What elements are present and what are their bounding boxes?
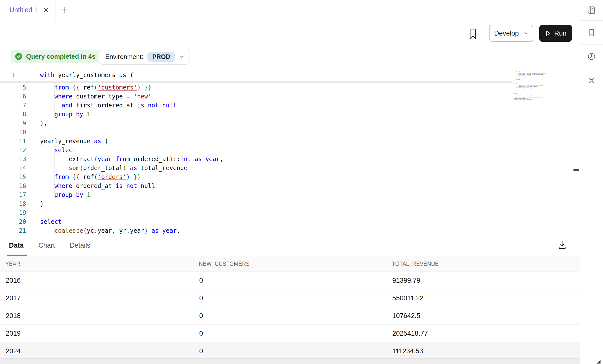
code-token bbox=[40, 147, 54, 154]
code-text: and first_ordered_at is not null bbox=[40, 101, 177, 110]
code-token: coalesce bbox=[54, 227, 83, 234]
run-button[interactable]: Run bbox=[539, 25, 572, 42]
code-token bbox=[69, 84, 72, 91]
code-token: as bbox=[532, 97, 534, 98]
code-token: int as year bbox=[180, 156, 220, 163]
code-line[interactable]: 8 group by 1 bbox=[0, 110, 573, 119]
table-row[interactable]: 20170550011.22 bbox=[0, 289, 580, 307]
sidebar-item-history[interactable] bbox=[580, 45, 603, 68]
environment-label: Environment: bbox=[105, 53, 143, 61]
code-token: group by bbox=[516, 90, 520, 91]
code-token: , bbox=[220, 156, 223, 163]
minimap-line: group by 1 bbox=[513, 90, 519, 91]
bookmark-icon bbox=[587, 28, 596, 37]
tab-untitled-1[interactable]: Untitled 1 bbox=[0, 0, 55, 20]
code-token bbox=[141, 84, 144, 91]
table-row[interactable]: 2016091399.79 bbox=[0, 272, 580, 289]
code-lines: 5 from {{ ref('customers') }}6 where cus… bbox=[0, 83, 573, 235]
code-token bbox=[40, 84, 54, 91]
sidebar-item-canvas[interactable] bbox=[580, 68, 603, 92]
sticky-scroll-divider bbox=[0, 81, 512, 83]
history-icon bbox=[587, 52, 596, 61]
code-token: ( bbox=[83, 227, 87, 234]
code-token: customer_type = bbox=[519, 76, 528, 77]
code-token bbox=[130, 174, 133, 181]
code-token: from bbox=[54, 174, 69, 181]
table-cell: 2019 bbox=[0, 330, 194, 337]
code-token: yearly_revenue bbox=[40, 138, 94, 145]
tab-chart[interactable]: Chart bbox=[37, 242, 57, 249]
code-token: ordered_at bbox=[519, 88, 526, 89]
code-editor[interactable]: 5 from {{ ref('customers') }}6 where cus… bbox=[0, 69, 573, 235]
tab-title: Untitled 1 bbox=[9, 6, 38, 14]
table-row[interactable]: 20180107642.5 bbox=[0, 307, 580, 325]
environment-selector[interactable]: Environment: PROD bbox=[99, 49, 190, 65]
tab-details[interactable]: Details bbox=[68, 242, 93, 249]
code-text: extract(year from ordered_at)::int as ye… bbox=[40, 155, 223, 164]
code-line[interactable]: 13 extract(year from ordered_at)::int as… bbox=[0, 155, 573, 164]
table-row[interactable]: 201902025418.77 bbox=[0, 325, 580, 342]
code-text: where customer_type = 'new' bbox=[40, 92, 151, 101]
line-number: 10 bbox=[0, 128, 26, 137]
code-token: , bbox=[546, 73, 546, 74]
tab-data[interactable]: Data bbox=[7, 242, 26, 249]
code-line[interactable]: 17 group by 1 bbox=[0, 190, 573, 199]
code-line[interactable]: 12 select bbox=[0, 146, 573, 155]
code-token: }} bbox=[144, 84, 151, 91]
code-token: where bbox=[54, 182, 72, 189]
code-token: ordered_at bbox=[72, 182, 115, 189]
code-line[interactable]: 11yearly_revenue as ( bbox=[0, 137, 573, 146]
bookmark-button[interactable] bbox=[468, 27, 478, 40]
code-token: 'customers' bbox=[98, 84, 137, 91]
table-cell: 2017 bbox=[0, 294, 194, 302]
code-line[interactable]: 9), bbox=[0, 119, 573, 128]
code-token: and bbox=[62, 102, 72, 109]
code-token: yc.year, yr.year bbox=[521, 94, 530, 95]
new-tab-button[interactable] bbox=[59, 5, 69, 15]
develop-dropdown-button[interactable]: Develop bbox=[489, 25, 533, 42]
code-token: 'orders' bbox=[98, 174, 126, 181]
code-line[interactable]: 19 bbox=[0, 208, 573, 217]
sticky-scroll-line[interactable]: 1with yearly_customers as ( bbox=[0, 69, 573, 81]
code-line[interactable]: 14 sum(order_total) as total_revenue bbox=[0, 164, 573, 173]
code-line[interactable]: 1with yearly_customers as ( bbox=[0, 69, 573, 81]
editor-scrollbar-track[interactable] bbox=[573, 69, 580, 235]
line-number: 20 bbox=[0, 217, 26, 226]
table-cell: 0 bbox=[194, 294, 387, 302]
minimap[interactable]: with yearly_customers as ( select extrac… bbox=[513, 70, 548, 104]
code-token: ) bbox=[40, 200, 44, 207]
code-token: as bbox=[527, 86, 529, 87]
code-token: group by bbox=[54, 111, 83, 118]
sidebar-item-bookmarks[interactable] bbox=[580, 21, 603, 45]
horizontal-scrollbar-track[interactable] bbox=[0, 358, 580, 364]
code-line[interactable]: 6 where customer_type = 'new' bbox=[0, 92, 573, 101]
table-cell: 550011.22 bbox=[387, 294, 580, 302]
sidebar-item-notebook[interactable] bbox=[580, 0, 603, 21]
code-token: }} bbox=[134, 174, 141, 181]
code-token: total_revenue bbox=[137, 165, 187, 172]
code-token: ( bbox=[80, 165, 83, 172]
code-line[interactable]: 10 bbox=[0, 128, 573, 137]
code-line[interactable]: 15 from {{ ref('orders') }} bbox=[0, 173, 573, 182]
resize-corner[interactable] bbox=[597, 360, 601, 364]
code-line[interactable]: 18) bbox=[0, 199, 573, 208]
table-cell: 2025418.77 bbox=[387, 330, 580, 337]
table-row[interactable]: 20240111234.53 bbox=[0, 342, 580, 360]
code-token: is not null bbox=[137, 102, 177, 109]
code-line[interactable]: 5 from {{ ref('customers') }} bbox=[0, 83, 573, 92]
code-text: coalesce(yc.year, yr.year) as year, bbox=[40, 226, 180, 235]
code-line[interactable]: 7 and first_ordered_at is not null bbox=[0, 101, 573, 110]
code-token: is not null bbox=[115, 182, 155, 189]
code-token: ( bbox=[94, 174, 98, 181]
code-line[interactable]: 16 where ordered_at is not null bbox=[0, 182, 573, 190]
download-button[interactable] bbox=[557, 239, 568, 251]
query-status-badge: Query completed in 4s bbox=[11, 50, 102, 63]
code-token: ) bbox=[169, 156, 173, 163]
code-token: ( bbox=[94, 84, 98, 91]
code-line[interactable]: 20select bbox=[0, 217, 573, 226]
code-token: ref bbox=[520, 75, 522, 76]
code-line[interactable]: 21 coalesce(yc.year, yr.year) as year, bbox=[0, 226, 573, 235]
close-icon[interactable] bbox=[43, 7, 49, 13]
column-header-total-revenue: TOTAL_REVENUE bbox=[387, 261, 568, 267]
editor-scrollbar-thumb[interactable] bbox=[573, 169, 579, 171]
